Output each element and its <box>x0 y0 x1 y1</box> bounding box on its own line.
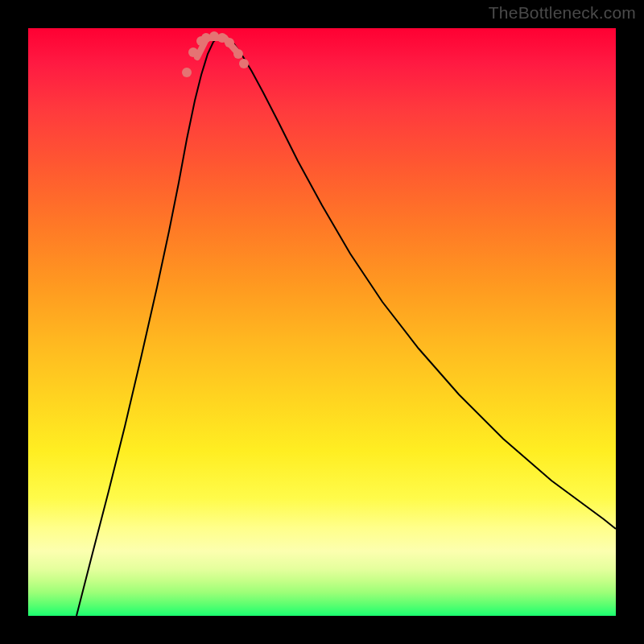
watermark-text: TheBottleneck.com <box>489 3 636 23</box>
marker-dot <box>233 49 243 59</box>
curve-svg <box>28 28 616 616</box>
plot-area <box>28 28 616 616</box>
chart-frame: TheBottleneck.com <box>0 0 644 644</box>
marker-dot <box>239 59 249 68</box>
marker-dot <box>225 38 234 47</box>
bottleneck-curve <box>76 36 616 616</box>
marker-dot <box>188 47 198 57</box>
markers-group <box>182 31 249 77</box>
marker-dot <box>182 68 192 77</box>
marker-dot <box>209 31 219 41</box>
marker-dot <box>201 33 211 43</box>
